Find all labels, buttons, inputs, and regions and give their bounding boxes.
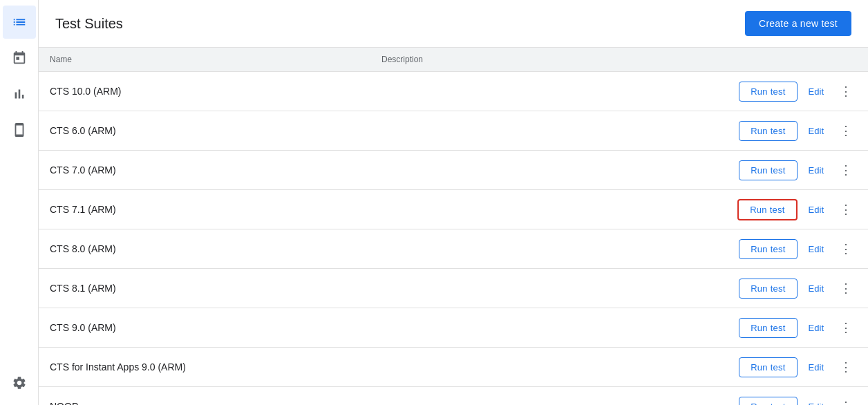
calendar-icon	[12, 50, 27, 66]
more-options-button[interactable]: ⋮	[835, 356, 857, 378]
run-test-button[interactable]: Run test	[739, 357, 797, 377]
actions-container: Run testEdit⋮	[713, 80, 857, 102]
row-name-cell: CTS 6.0 (ARM)	[39, 111, 370, 151]
row-description-cell	[370, 348, 702, 387]
actions-container: Run testEdit⋮	[713, 238, 857, 260]
more-options-button[interactable]: ⋮	[835, 277, 857, 299]
table-row: CTS 7.0 (ARM)Run testEdit⋮	[39, 151, 868, 190]
row-name-text: CTS 6.0 (ARM)	[50, 125, 116, 136]
more-options-button[interactable]: ⋮	[835, 120, 857, 142]
table-row: CTS for Instant Apps 9.0 (ARM)Run testEd…	[39, 348, 868, 387]
more-options-button[interactable]: ⋮	[835, 80, 857, 102]
sidebar-item-schedule[interactable]	[3, 41, 36, 75]
row-description-cell	[370, 151, 702, 190]
actions-container: Run testEdit⋮	[713, 395, 857, 405]
row-name-cell: CTS 7.1 (ARM)	[39, 190, 370, 229]
column-header-name: Name	[39, 48, 370, 72]
sidebar-item-settings[interactable]	[3, 366, 36, 399]
row-name-cell: CTS 10.0 (ARM)	[39, 72, 370, 111]
list-icon	[12, 15, 27, 30]
row-description-cell	[370, 308, 702, 348]
column-header-actions	[702, 48, 868, 72]
row-actions-cell: Run testEdit⋮	[702, 229, 868, 269]
row-actions-cell: Run testEdit⋮	[702, 308, 868, 348]
actions-container: Run testEdit⋮	[713, 159, 857, 181]
sidebar-item-test-suites[interactable]	[3, 6, 36, 39]
edit-button[interactable]: Edit	[803, 200, 829, 219]
more-options-button[interactable]: ⋮	[835, 159, 857, 181]
row-name-text: CTS 10.0 (ARM)	[50, 86, 121, 97]
sidebar	[0, 0, 39, 405]
more-options-button[interactable]: ⋮	[835, 317, 857, 339]
sidebar-item-devices[interactable]	[3, 113, 36, 147]
table-row: CTS 7.1 (ARM)Run testEdit⋮	[39, 190, 868, 229]
row-actions-cell: Run testEdit⋮	[702, 151, 868, 190]
table-header: Name Description	[39, 48, 868, 72]
settings-icon	[12, 375, 27, 390]
actions-container: Run testEdit⋮	[713, 277, 857, 299]
table-row: CTS 9.0 (ARM)Run testEdit⋮	[39, 308, 868, 348]
actions-container: Run testEdit⋮	[713, 198, 857, 220]
run-test-button[interactable]: Run test	[739, 397, 797, 406]
row-description-cell	[370, 111, 702, 151]
row-description-cell	[370, 269, 702, 308]
device-icon	[12, 122, 27, 138]
row-actions-cell: Run testEdit⋮	[702, 269, 868, 308]
edit-button[interactable]: Edit	[803, 319, 829, 337]
row-name-cell: CTS 8.0 (ARM)	[39, 229, 370, 269]
test-suites-table-container: Name Description CTS 10.0 (ARM)Run testE…	[39, 48, 868, 405]
run-test-button[interactable]: Run test	[739, 239, 797, 259]
edit-button[interactable]: Edit	[803, 240, 829, 258]
sidebar-item-analytics[interactable]	[3, 77, 36, 111]
row-description-cell	[370, 387, 702, 406]
row-actions-cell: Run testEdit⋮	[702, 387, 868, 406]
table-row: CTS 8.1 (ARM)Run testEdit⋮	[39, 269, 868, 308]
row-name-cell: CTS 7.0 (ARM)	[39, 151, 370, 190]
row-actions-cell: Run testEdit⋮	[702, 111, 868, 151]
edit-button[interactable]: Edit	[803, 122, 829, 140]
run-test-button[interactable]: Run test	[739, 279, 797, 299]
edit-button[interactable]: Edit	[803, 397, 829, 406]
edit-button[interactable]: Edit	[803, 82, 829, 101]
table-row: CTS 8.0 (ARM)Run testEdit⋮	[39, 229, 868, 269]
actions-container: Run testEdit⋮	[713, 317, 857, 339]
row-name-text: CTS 8.1 (ARM)	[50, 283, 116, 294]
more-options-button[interactable]: ⋮	[835, 395, 857, 405]
create-new-test-button[interactable]: Create a new test	[745, 11, 851, 36]
edit-button[interactable]: Edit	[803, 358, 829, 377]
row-name-text: CTS 7.0 (ARM)	[50, 164, 116, 176]
run-test-button[interactable]: Run test	[739, 160, 797, 180]
page-title: Test Suites	[55, 16, 123, 32]
table-row: CTS 6.0 (ARM)Run testEdit⋮	[39, 111, 868, 151]
row-actions-cell: Run testEdit⋮	[702, 348, 868, 387]
run-test-button[interactable]: Run test	[737, 199, 797, 220]
row-name-text: CTS 8.0 (ARM)	[50, 243, 116, 254]
more-options-button[interactable]: ⋮	[835, 198, 857, 220]
actions-container: Run testEdit⋮	[713, 120, 857, 142]
run-test-button[interactable]: Run test	[739, 82, 797, 102]
main-content: Test Suites Create a new test Name Descr…	[39, 0, 868, 405]
edit-button[interactable]: Edit	[803, 279, 829, 298]
run-test-button[interactable]: Run test	[739, 318, 797, 338]
chart-icon	[12, 86, 27, 102]
run-test-button[interactable]: Run test	[739, 121, 797, 141]
test-suites-table: Name Description CTS 10.0 (ARM)Run testE…	[39, 48, 868, 405]
table-row: NOOPRun testEdit⋮	[39, 387, 868, 406]
row-actions-cell: Run testEdit⋮	[702, 72, 868, 111]
row-description-cell	[370, 229, 702, 269]
row-name-cell: CTS 9.0 (ARM)	[39, 308, 370, 348]
row-name-text: CTS 9.0 (ARM)	[50, 322, 116, 333]
row-name-cell: NOOP	[39, 387, 370, 406]
row-name-text: CTS 7.1 (ARM)	[50, 204, 116, 215]
row-name-cell: CTS for Instant Apps 9.0 (ARM)	[39, 348, 370, 387]
table-body: CTS 10.0 (ARM)Run testEdit⋮CTS 6.0 (ARM)…	[39, 72, 868, 406]
row-name-text: NOOP	[50, 401, 78, 405]
column-header-description: Description	[370, 48, 702, 72]
row-name-cell: CTS 8.1 (ARM)	[39, 269, 370, 308]
row-description-cell	[370, 190, 702, 229]
edit-button[interactable]: Edit	[803, 161, 829, 180]
row-name-text: CTS for Instant Apps 9.0 (ARM)	[50, 361, 186, 373]
more-options-button[interactable]: ⋮	[835, 238, 857, 260]
header: Test Suites Create a new test	[39, 0, 868, 48]
row-description-cell	[370, 72, 702, 111]
